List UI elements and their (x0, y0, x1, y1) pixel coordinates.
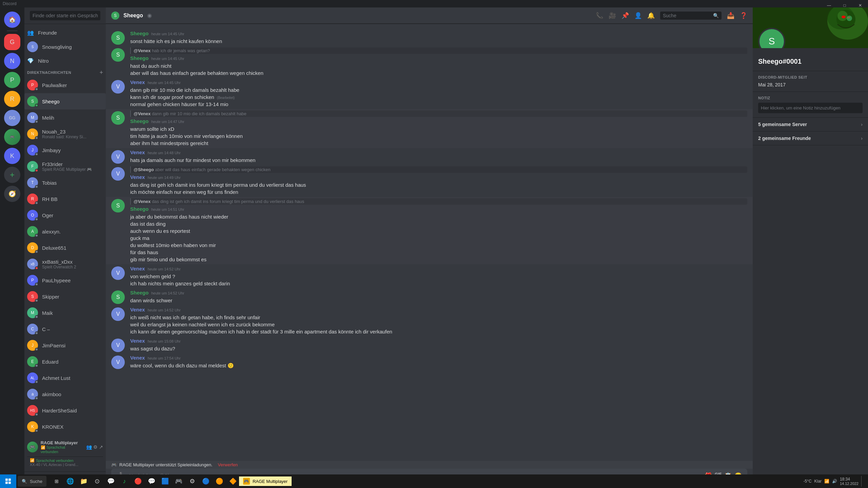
home-server-icon[interactable]: 🏠 (4, 12, 20, 28)
maik-dm-item[interactable]: M Maik (24, 305, 106, 321)
paulhypeee-dm-item[interactable]: P PauLhypeee (24, 272, 106, 288)
deluxe-dm-item[interactable]: D Deluxe651 (24, 240, 106, 256)
msg-author-1[interactable]: Sheego (130, 30, 149, 36)
app-icon-7[interactable]: 🟠 (213, 475, 225, 487)
screen-share-button[interactable]: 🖥 (54, 468, 65, 470)
taskbar-clock[interactable]: 18:34 14.12.2022 (840, 477, 859, 486)
rage-expand-icon[interactable]: ↗ (99, 444, 103, 450)
snowsgliving-nav-item[interactable]: S Snowsgliving (24, 39, 106, 55)
app-icon-2[interactable]: 🔴 (132, 475, 144, 487)
nitro-nav-item[interactable]: 💎 Nitro (24, 55, 106, 67)
svg-rect-8 (5, 479, 8, 481)
show-desktop-button[interactable] (861, 476, 864, 487)
discord-taskbar-icon[interactable]: 💬 (145, 475, 158, 487)
server-icon-4[interactable]: R (4, 91, 20, 107)
pin-icon[interactable]: 📌 (622, 12, 629, 19)
msg-author-9[interactable]: Sheego (130, 290, 149, 296)
mute-notifications-icon[interactable]: 🔔 (647, 12, 655, 19)
app-icon-3[interactable]: 🟦 (159, 475, 171, 487)
taskview-button[interactable]: ⊞ (51, 475, 63, 487)
rage-members-icon[interactable]: 👥 (86, 444, 92, 450)
msg-author-11[interactable]: Venex (130, 338, 145, 344)
friends-icon: 👥 (27, 29, 34, 36)
video-call-icon[interactable]: 🎥 (609, 12, 616, 19)
hardershesaid-dm-item[interactable]: HS HarderSheSaid (24, 402, 106, 419)
xxbasti-dm-item[interactable]: xB xxBasti_xDxx Spielt Overwatch 2 (24, 256, 106, 272)
dismiss-notification-button[interactable]: Verwerfen (218, 462, 238, 467)
disconnect-voice-button[interactable]: 📴 (30, 468, 41, 470)
video-button[interactable]: 📷 (42, 468, 53, 470)
inbox-icon[interactable]: 📥 (727, 12, 734, 19)
spotify-icon[interactable]: ♪ (118, 475, 131, 487)
kronex-dm-item[interactable]: K KRONEX (24, 419, 106, 435)
search-input[interactable] (30, 11, 100, 20)
achmet-dm-item[interactable]: AL Achmet Lust (24, 370, 106, 386)
rage-settings-icon[interactable]: ⚙ (93, 444, 98, 450)
eduard-dm-item[interactable]: E Eduard (24, 353, 106, 370)
server-icon-5[interactable]: GG (4, 110, 20, 126)
msg-author-12[interactable]: Venex (130, 355, 145, 361)
msg-author-4[interactable]: Sheego (130, 118, 149, 124)
msg-author-6[interactable]: Venex (130, 174, 145, 180)
add-friend-icon[interactable]: 👤 (634, 12, 642, 19)
msg-author-7[interactable]: Sheego (130, 206, 149, 212)
rage-multiplayer-group[interactable]: 🎮 RAGE Multiplayer 📶 Sprachchat verbunde… (24, 438, 106, 470)
sheego-dm-item[interactable]: S Sheego (24, 93, 106, 109)
mutual-servers-header[interactable]: 5 gemeinsame Server › (758, 122, 863, 127)
rage-multiplayer-notification[interactable]: 🎮 RAGE Multiplayer (239, 476, 292, 486)
skipper-dm-item[interactable]: S Skipper (24, 288, 106, 305)
alexxyn-dm-item[interactable]: A alexxyn. (24, 223, 106, 240)
c-dm-item[interactable]: C C – (24, 321, 106, 337)
akimboo-dm-item[interactable]: a akimboo (24, 386, 106, 402)
volume-icon[interactable]: 🔊 (832, 479, 837, 484)
add-server-button[interactable]: + (4, 167, 20, 183)
app-icon-6[interactable]: 🔵 (200, 475, 212, 487)
maximize-button[interactable]: □ (837, 0, 852, 11)
msg-author-3[interactable]: Venex (130, 79, 145, 85)
help-icon[interactable]: ❓ (740, 12, 747, 19)
app-icon-4[interactable]: 🎮 (173, 475, 185, 487)
app-icon-8[interactable]: 🔶 (227, 475, 239, 487)
edge-icon[interactable]: 🌐 (64, 475, 76, 487)
close-button[interactable]: ✕ (852, 0, 868, 11)
explore-icon[interactable]: 🧭 (4, 186, 20, 202)
server-icon-7[interactable]: K (4, 148, 20, 164)
app-icon-5[interactable]: ⚙ (186, 475, 198, 487)
network-icon[interactable]: 📶 (824, 479, 829, 484)
rhbb-dm-item[interactable]: R RH BB (24, 191, 106, 207)
oger-dm-item[interactable]: O Oger (24, 207, 106, 223)
explorer-icon[interactable]: 📁 (78, 475, 90, 487)
msg-author-10[interactable]: Venex (130, 307, 145, 312)
minimize-button[interactable]: — (821, 0, 837, 11)
msg-text-3a: dann gib mir 10 mio die ich damals bezah… (130, 86, 747, 94)
jimpaensi-dm-item[interactable]: J JimPaensi (24, 337, 106, 353)
server-icon-1[interactable]: G (4, 34, 20, 50)
taskbar-search[interactable]: 🔍 Suche (18, 476, 46, 487)
server-icon-3[interactable]: P (4, 72, 20, 88)
msg-author-8[interactable]: Venex (130, 266, 145, 271)
message-content-1: Sheego heute um 14:45 Uhr sonst hätte ic… (130, 30, 747, 45)
msg-author-5[interactable]: Venex (130, 149, 145, 155)
nouah-dm-item[interactable]: N Nouah_23 Ronald said: Kinney Si... (24, 126, 106, 142)
msg-text-7f: für das haus (130, 249, 747, 256)
add-dm-button[interactable]: + (99, 69, 103, 76)
jimbayy-dm-item[interactable]: J Jimbayy (24, 142, 106, 158)
note-input[interactable]: Hier klicken, um eine Notiz hinzuzufügen (758, 103, 863, 113)
mutual-servers-chevron: › (861, 122, 863, 127)
server-icon-2[interactable]: N (4, 53, 20, 69)
start-button[interactable] (0, 474, 16, 488)
app-icon-1[interactable]: 💬 (105, 475, 117, 487)
paulwalker-dm-item[interactable]: P Paulwalker (24, 77, 106, 93)
friends-nav-item[interactable]: 👥 Freunde (24, 27, 106, 39)
chat-search-input[interactable] (663, 13, 710, 18)
tobias-dm-item[interactable]: T Tobias (24, 175, 106, 191)
msg-time-8: heute um 14:52 Uhr (147, 267, 180, 271)
server-icon-6[interactable]: 🎮 (4, 129, 20, 145)
msg-author-2[interactable]: Sheego (130, 55, 149, 61)
msg-text-7e: du wolltest 10mio eben haben von mir (130, 242, 747, 249)
mutual-friends-header[interactable]: 2 gemeinsame Freunde › (758, 136, 863, 141)
melih-dm-item[interactable]: M Melih (24, 109, 106, 126)
fr33rider-dm-item[interactable]: F Fr33rider Spielt RAGE Multiplayer 🎮 (24, 158, 106, 175)
chrome-icon[interactable]: ⊙ (91, 475, 103, 487)
call-icon[interactable]: 📞 (596, 12, 603, 19)
